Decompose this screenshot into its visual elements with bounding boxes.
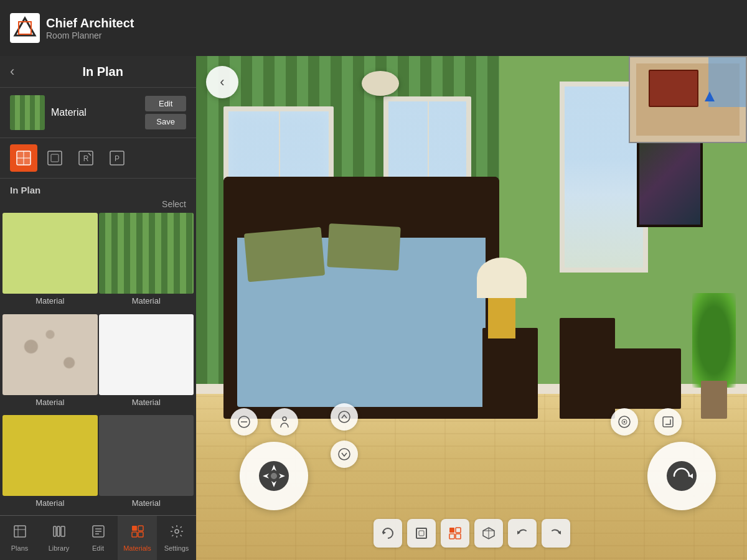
bottom-nav: Plans Library: [0, 515, 196, 560]
material-swatch-5: [2, 415, 98, 496]
room-scene: ‹: [196, 56, 747, 560]
svg-point-33: [283, 417, 286, 421]
grid-3d-button[interactable]: [441, 519, 469, 548]
in-plan-section-label: In Plan: [0, 179, 196, 199]
material-cell-1[interactable]: Material: [2, 213, 98, 313]
material-cell-5[interactable]: Material: [2, 415, 98, 515]
material-cell-4[interactable]: Material: [99, 314, 194, 414]
sidebar-header: ‹ In Plan: [0, 56, 196, 88]
nav-item-settings[interactable]: Settings: [157, 516, 196, 560]
svg-rect-49: [416, 528, 426, 538]
logo-text: Chief Architect Room Planner: [46, 16, 134, 41]
svg-text:P: P: [115, 154, 120, 163]
bed-pillow2: [327, 223, 402, 271]
bed-pillow1: [243, 227, 324, 282]
app-name: Chief Architect: [46, 16, 134, 30]
svg-rect-8: [51, 154, 59, 162]
material-cell-2[interactable]: Material: [99, 213, 194, 313]
nav-item-edit[interactable]: Edit: [78, 516, 118, 560]
box-3d-button[interactable]: [474, 519, 503, 548]
minimap-rug: [649, 70, 698, 107]
material-cell-3[interactable]: Material: [2, 314, 98, 414]
plant-leaves: [692, 293, 736, 388]
rotate-joystick[interactable]: [647, 442, 716, 510]
settings-icon: [169, 524, 184, 543]
sidebar-back-button[interactable]: ‹: [10, 63, 14, 80]
redo-3d-button[interactable]: [542, 519, 570, 548]
svg-rect-53: [449, 534, 454, 539]
svg-rect-50: [419, 531, 424, 536]
3d-view: ‹: [196, 56, 747, 560]
bed: [223, 177, 499, 419]
edit-save-buttons: Edit Save: [145, 96, 186, 129]
plant-pot: [701, 381, 727, 419]
minimap-camera-arrow: [705, 91, 715, 101]
edit-icon: [91, 524, 106, 543]
refresh-3d-button[interactable]: [374, 519, 402, 548]
svg-rect-17: [54, 526, 56, 536]
zoom-down-button[interactable]: [331, 441, 358, 468]
svg-rect-7: [48, 151, 62, 165]
camera-button[interactable]: [611, 408, 638, 436]
svg-rect-52: [456, 528, 461, 533]
obj-tool-icon[interactable]: [41, 144, 68, 172]
svg-rect-27: [138, 532, 143, 537]
save-button[interactable]: Save: [145, 114, 186, 129]
nav-label-materials: Materials: [123, 544, 151, 552]
paint-tool-icon[interactable]: P: [103, 144, 131, 172]
person-view-button[interactable]: [271, 408, 298, 436]
svg-point-38: [624, 421, 626, 423]
app-logo-icon: [10, 13, 40, 43]
app-subtitle: Room Planner: [46, 30, 134, 41]
material-name-5: Material: [35, 496, 64, 510]
nav-item-materials[interactable]: Materials: [118, 516, 157, 560]
toolbar-3d: [374, 519, 570, 548]
material-name-1: Material: [35, 294, 64, 308]
main-content: ‹ In Plan Material Edit Save: [0, 56, 747, 560]
svg-rect-39: [663, 417, 673, 427]
nightstand: [482, 328, 538, 419]
svg-rect-54: [456, 534, 461, 539]
material-swatch-4: [99, 314, 194, 395]
svg-rect-24: [132, 526, 137, 531]
3d-view-back-button[interactable]: ‹: [206, 66, 238, 98]
material-thumbnail: [10, 95, 45, 130]
fill-tool-icon[interactable]: [10, 144, 37, 172]
nav-label-library: Library: [49, 544, 70, 552]
minimap: [629, 56, 747, 143]
material-swatch-3: [2, 314, 98, 395]
sidebar-title: In Plan: [19, 65, 186, 79]
svg-rect-25: [138, 526, 143, 531]
zoom-up-button[interactable]: [331, 403, 358, 431]
nav-item-library[interactable]: Library: [39, 516, 78, 560]
undo-3d-button[interactable]: [508, 519, 537, 548]
sidebar: ‹ In Plan Material Edit Save: [0, 56, 196, 560]
select-button[interactable]: Select: [162, 199, 186, 209]
material-icon-toolbar: R P: [0, 138, 196, 179]
material-cell-6[interactable]: Material: [99, 415, 194, 515]
material-grid: Material Material Material Material Mate…: [0, 213, 196, 515]
table-lamp-shade: [477, 258, 527, 298]
material-swatch-1: [2, 213, 98, 294]
nav-label-plans: Plans: [11, 544, 29, 552]
measure-button[interactable]: [230, 408, 258, 436]
resize-button[interactable]: [654, 408, 682, 436]
top-bar: Chief Architect Room Planner: [0, 0, 747, 56]
material-swatch-2: [99, 213, 194, 294]
select-row: Select: [0, 199, 196, 213]
frame-3d-button[interactable]: [407, 519, 436, 548]
svg-rect-19: [61, 526, 65, 536]
svg-rect-26: [132, 532, 137, 537]
edit-button[interactable]: Edit: [145, 96, 186, 111]
svg-rect-14: [14, 526, 26, 537]
materials-icon: [130, 524, 145, 543]
reset-tool-icon[interactable]: R: [72, 144, 100, 172]
move-joystick[interactable]: [240, 442, 308, 510]
material-swatch-6: [99, 415, 194, 496]
ceiling-lamp: [362, 71, 399, 96]
nav-item-plans[interactable]: Plans: [0, 516, 39, 560]
svg-rect-51: [449, 528, 454, 533]
plans-icon: [12, 524, 27, 543]
svg-text:R: R: [83, 154, 89, 163]
svg-point-45: [271, 473, 277, 479]
